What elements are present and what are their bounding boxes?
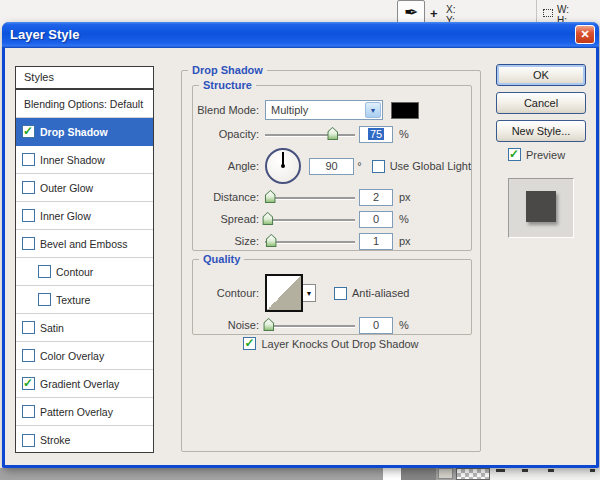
reference-point-icon: + [430, 6, 438, 21]
ok-button[interactable]: OK [496, 64, 586, 86]
inner-shadow-checkbox[interactable] [22, 153, 35, 166]
drop-shadow-checkbox[interactable]: ✓ [22, 125, 35, 138]
gray-panel-fragment [401, 468, 436, 480]
styles-item-bevel-and-emboss[interactable]: Bevel and Emboss [16, 230, 153, 258]
opacity-row: Opacity: 75 % [197, 122, 471, 146]
contour-dropdown-button[interactable]: ▼ [303, 284, 316, 302]
anti-aliased-option[interactable]: Anti-aliased [334, 287, 409, 300]
quality-group-title: Quality [199, 253, 244, 265]
opacity-input[interactable]: 75 [359, 126, 393, 143]
styles-item-stroke[interactable]: Stroke [16, 426, 153, 453]
layer-style-dialog: Layer Style ✕ Styles Blending Options: D… [2, 22, 599, 468]
styles-item-contour[interactable]: Contour [16, 258, 153, 286]
angle-input[interactable]: 90 [309, 158, 354, 175]
action-column: OK Cancel New Style... ✓ Preview [494, 48, 594, 465]
slider-thumb[interactable] [263, 318, 274, 331]
stroke-checkbox[interactable] [22, 434, 35, 447]
color-overlay-checkbox[interactable] [22, 349, 35, 362]
close-button[interactable]: ✕ [575, 25, 595, 44]
styles-item-gradient-overlay[interactable]: ✓ Gradient Overlay [16, 370, 153, 398]
blend-mode-select[interactable]: Multiply ▼ [265, 100, 383, 120]
slider-thumb[interactable] [266, 234, 277, 247]
spread-label: Spread: [197, 213, 259, 225]
slider-track[interactable] [265, 219, 355, 221]
opacity-unit: % [399, 128, 409, 140]
use-global-light-label: Use Global Light [390, 160, 471, 172]
check-icon: ✓ [244, 336, 254, 350]
contour-row: Contour: ▼ Anti-aliased [197, 272, 471, 314]
preview-option[interactable]: ✓ Preview [508, 148, 565, 161]
slider-thumb[interactable] [262, 212, 273, 225]
styles-item-outer-glow[interactable]: Outer Glow [16, 174, 153, 202]
inner-glow-checkbox[interactable] [22, 209, 35, 222]
pattern-overlay-checkbox[interactable] [22, 405, 35, 418]
styles-item-inner-shadow[interactable]: Inner Shadow [16, 146, 153, 174]
size-input[interactable]: 1 [359, 233, 393, 250]
satin-checkbox[interactable] [22, 321, 35, 334]
angle-unit: ° [357, 160, 361, 172]
contour-picker[interactable] [265, 274, 303, 312]
gradient-overlay-checkbox[interactable]: ✓ [22, 377, 35, 390]
style-preview-thumbnail [508, 178, 574, 238]
size-label: Size: [197, 235, 259, 247]
slider-track[interactable] [265, 134, 355, 136]
styles-item-satin[interactable]: Satin [16, 314, 153, 342]
distance-unit: px [399, 191, 411, 203]
anti-aliased-checkbox[interactable] [334, 287, 347, 300]
bevel-emboss-checkbox[interactable] [22, 237, 35, 250]
slider-track[interactable] [265, 241, 355, 243]
styles-item-drop-shadow[interactable]: ✓ Drop Shadow [16, 118, 153, 146]
styles-list: Blending Options: Default ✓ Drop Shadow … [15, 89, 154, 453]
color-swatch-white [383, 468, 401, 480]
preview-checkbox[interactable]: ✓ [508, 148, 521, 161]
styles-item-pattern-overlay[interactable]: Pattern Overlay [16, 398, 153, 426]
size-slider[interactable] [265, 234, 355, 248]
new-style-button[interactable]: New Style... [496, 120, 586, 142]
spread-unit: % [399, 213, 409, 225]
slider-thumb[interactable] [265, 190, 276, 203]
w-label: W: [557, 4, 569, 15]
clipped-text-fragments [490, 468, 600, 480]
opacity-label: Opacity: [197, 128, 259, 140]
styles-item-blending-options[interactable]: Blending Options: Default [16, 90, 153, 118]
quality-group: Quality Contour: ▼ Anti-aliased Noise: [192, 259, 472, 335]
toolbar-separator [536, 0, 537, 24]
distance-slider[interactable] [265, 190, 355, 204]
opacity-slider[interactable] [265, 127, 355, 141]
structure-group: Structure Blend Mode: Multiply ▼ Opacity… [192, 85, 472, 251]
distance-input[interactable]: 2 [359, 189, 393, 206]
noise-row: Noise: 0 % [197, 314, 471, 336]
layer-knocks-out-option[interactable]: ✓ Layer Knocks Out Drop Shadow [243, 337, 418, 350]
blend-mode-row: Blend Mode: Multiply ▼ [197, 98, 471, 122]
noise-slider[interactable] [265, 318, 355, 332]
size-unit: px [399, 235, 411, 247]
drop-shadow-group: Drop Shadow Structure Blend Mode: Multip… [181, 70, 481, 452]
x-label: X: [446, 4, 455, 15]
dialog-titlebar[interactable]: Layer Style ✕ [2, 22, 599, 48]
contour-checkbox[interactable] [38, 265, 51, 278]
spread-slider[interactable] [265, 212, 355, 226]
shadow-color-swatch[interactable] [391, 102, 419, 119]
styles-item-inner-glow[interactable]: Inner Glow [16, 202, 153, 230]
outer-glow-checkbox[interactable] [22, 181, 35, 194]
angle-dial[interactable] [265, 148, 301, 184]
styles-item-color-overlay[interactable]: Color Overlay [16, 342, 153, 370]
texture-checkbox[interactable] [38, 293, 51, 306]
slider-track[interactable] [265, 197, 355, 199]
slider-thumb[interactable] [327, 127, 338, 140]
use-global-light-option[interactable]: Use Global Light [372, 160, 471, 173]
noise-input[interactable]: 0 [359, 317, 393, 334]
styles-item-texture[interactable]: Texture [16, 286, 153, 314]
styles-panel-header: Styles [15, 66, 154, 89]
cancel-button[interactable]: Cancel [496, 92, 586, 114]
combo-arrow-button[interactable]: ▼ [365, 102, 381, 118]
close-icon: ✕ [580, 28, 589, 40]
transparency-checker-swatch [456, 468, 490, 480]
structure-group-title: Structure [199, 79, 256, 91]
use-global-light-checkbox[interactable] [372, 160, 385, 173]
chevron-down-icon: ▼ [370, 103, 377, 119]
wh-link-icon [543, 9, 553, 17]
spread-input[interactable]: 0 [359, 211, 393, 228]
slider-track[interactable] [265, 325, 355, 327]
layer-knocks-out-checkbox[interactable]: ✓ [243, 337, 256, 350]
